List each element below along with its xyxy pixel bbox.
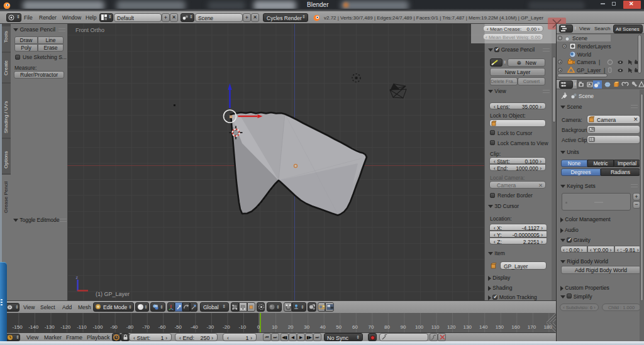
svg-text:z: z [76, 275, 79, 280]
